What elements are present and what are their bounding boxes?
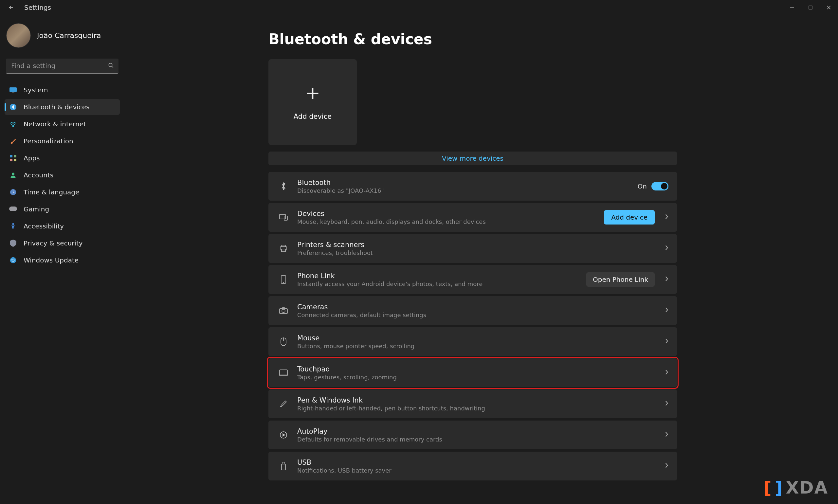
close-button[interactable]	[820, 1, 838, 14]
sidebar-item-label: Windows Update	[23, 256, 78, 264]
sidebar-item-system[interactable]: System	[4, 82, 120, 98]
svg-rect-20	[284, 216, 287, 220]
row-title: Printers & scanners	[297, 241, 659, 249]
add-device-button[interactable]: Add device	[604, 210, 655, 224]
bluetooth-toggle[interactable]	[652, 182, 668, 191]
autoplay-icon	[277, 431, 290, 439]
svg-rect-34	[282, 464, 285, 470]
sidebar-item-label: Network & internet	[23, 120, 86, 128]
sidebar-item-label: Privacy & security	[23, 239, 83, 247]
sidebar-item-accounts[interactable]: Accounts	[4, 167, 120, 183]
sidebar-item-accessibility[interactable]: Accessibility	[4, 218, 120, 234]
row-title: Bluetooth	[297, 179, 638, 186]
sidebar-item-label: Gaming	[23, 205, 49, 213]
row-devices[interactable]: Devices Mouse, keyboard, pen, audio, dis…	[268, 203, 677, 232]
add-device-label: Add device	[293, 112, 332, 121]
devices-icon	[277, 214, 290, 220]
svg-point-27	[282, 309, 285, 312]
titlebar: Settings	[0, 0, 838, 15]
sidebar-item-label: Apps	[23, 154, 40, 162]
row-printers[interactable]: Printers & scanners Preferences, trouble…	[268, 234, 677, 263]
chevron-right-icon	[664, 307, 668, 314]
svg-rect-13	[14, 159, 16, 161]
row-subtitle: Preferences, troubleshoot	[297, 249, 659, 256]
open-phone-link-button[interactable]: Open Phone Link	[586, 272, 655, 287]
svg-rect-19	[280, 214, 285, 219]
row-subtitle: Connected cameras, default image setting…	[297, 311, 659, 319]
avatar	[6, 23, 31, 48]
mouse-icon	[277, 338, 290, 346]
row-subtitle: Taps, gestures, scrolling, zooming	[297, 374, 659, 381]
usb-icon	[277, 462, 290, 470]
bluetooth-icon	[9, 103, 17, 111]
svg-rect-11	[14, 155, 16, 158]
row-usb[interactable]: USB Notifications, USB battery saver	[268, 452, 677, 481]
svg-rect-1	[809, 6, 812, 9]
svg-rect-6	[10, 87, 17, 92]
row-title: AutoPlay	[297, 428, 659, 435]
sidebar-item-time[interactable]: Time & language	[4, 184, 120, 200]
chevron-right-icon	[664, 400, 668, 408]
shield-icon	[9, 239, 17, 247]
brush-icon	[9, 137, 17, 145]
sidebar-item-label: Bluetooth & devices	[23, 103, 90, 111]
sidebar-item-label: Time & language	[23, 188, 79, 196]
update-icon	[9, 256, 17, 264]
row-mouse[interactable]: Mouse Buttons, mouse pointer speed, scro…	[268, 327, 677, 356]
view-more-devices[interactable]: View more devices	[268, 151, 677, 165]
row-title: Phone Link	[297, 272, 586, 280]
svg-point-18	[10, 257, 16, 263]
row-title: Touchpad	[297, 365, 659, 373]
svg-point-17	[12, 223, 14, 225]
username: João Carrasqueira	[37, 32, 101, 40]
row-title: Mouse	[297, 334, 659, 342]
sidebar-item-network[interactable]: Network & internet	[4, 116, 120, 132]
back-button[interactable]	[6, 3, 16, 12]
row-cameras[interactable]: Cameras Connected cameras, default image…	[268, 296, 677, 325]
row-bluetooth[interactable]: Bluetooth Discoverable as "JOAO-AX16" On	[268, 172, 677, 201]
add-device-tile[interactable]: + Add device	[268, 59, 357, 145]
chevron-right-icon	[664, 245, 668, 252]
svg-line-5	[112, 67, 113, 68]
sidebar-item-update[interactable]: Windows Update	[4, 252, 120, 268]
chevron-right-icon	[664, 276, 668, 283]
row-title: Cameras	[297, 303, 659, 311]
chevron-right-icon	[664, 338, 668, 345]
svg-point-9	[13, 126, 14, 127]
minimize-button[interactable]	[783, 1, 801, 14]
row-title: Pen & Windows Ink	[297, 396, 659, 404]
toggle-label: On	[638, 182, 647, 190]
chevron-right-icon	[664, 214, 668, 221]
accounts-icon	[9, 171, 17, 179]
svg-rect-30	[280, 370, 287, 376]
search-input[interactable]	[6, 58, 119, 74]
row-pen[interactable]: Pen & Windows Ink Right-handed or left-h…	[268, 390, 677, 418]
page-title: Bluetooth & devices	[268, 31, 818, 48]
sidebar-item-apps[interactable]: Apps	[4, 150, 120, 166]
sidebar-item-gaming[interactable]: Gaming	[4, 201, 120, 217]
sidebar-item-label: Personalization	[23, 137, 73, 145]
sidebar-item-personalization[interactable]: Personalization	[4, 133, 120, 149]
row-title: USB	[297, 458, 659, 466]
system-icon	[9, 86, 17, 94]
pen-icon	[277, 400, 290, 408]
chevron-right-icon	[664, 431, 668, 438]
sidebar-item-privacy[interactable]: Privacy & security	[4, 235, 120, 251]
maximize-button[interactable]	[801, 1, 820, 14]
svg-rect-23	[282, 249, 285, 252]
row-phone-link[interactable]: Phone Link Instantly access your Android…	[268, 265, 677, 294]
svg-point-4	[109, 63, 112, 67]
profile[interactable]: João Carrasqueira	[4, 22, 120, 55]
camera-icon	[277, 307, 290, 314]
sidebar-item-label: Accounts	[23, 171, 53, 179]
row-autoplay[interactable]: AutoPlay Defaults for removable drives a…	[268, 420, 677, 449]
clock-globe-icon	[9, 188, 17, 196]
touchpad-icon	[277, 370, 290, 376]
apps-icon	[9, 154, 17, 162]
bluetooth-icon	[277, 182, 290, 191]
sidebar-item-bluetooth[interactable]: Bluetooth & devices	[4, 99, 120, 115]
app-title: Settings	[24, 4, 51, 12]
row-touchpad[interactable]: Touchpad Taps, gestures, scrolling, zoom…	[268, 358, 677, 387]
phone-icon	[277, 275, 290, 284]
row-title: Devices	[297, 210, 604, 218]
